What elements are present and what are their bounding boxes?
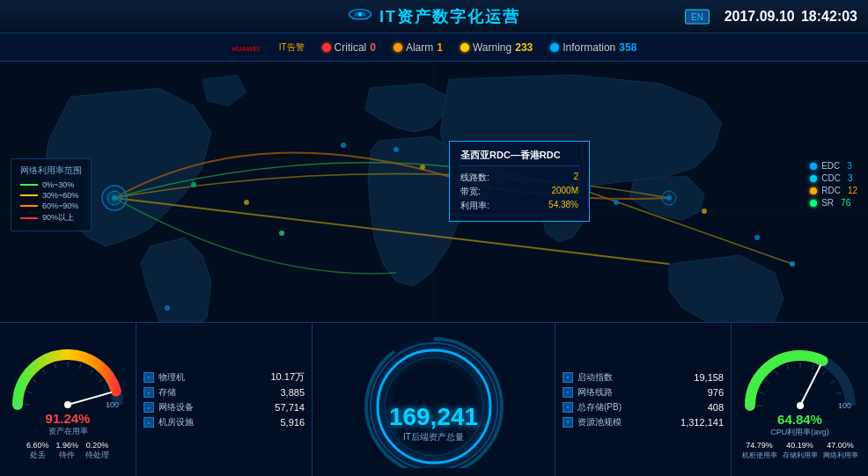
network-icon: ▪ [143,402,154,413]
storage-right-icon: ▪ [563,402,573,413]
svg-point-21 [394,147,399,152]
gauge-left-canvas [11,341,125,412]
stat-row-right-0: ▪ 启动指数 19,158 [563,371,724,384]
stat-row-3: ▪ 机房设施 5,916 [143,416,305,428]
cdc-dot [810,175,817,182]
stat-row-right-2: ▪ 总存储(PB) 408 [563,401,724,414]
cloud-icon: ▪ [563,417,573,428]
alarm-dot [394,43,402,52]
legend-sr: SR 76 [810,198,857,208]
tooltip-row-2: 利用率: 54.38% [460,200,578,212]
legend-90plus: 90%以上 [20,212,82,223]
alert-bar: HUAWEI IT告警 Critical 0 Alarm 1 Warning 2… [0,33,868,62]
footer-stat-2: 47.00% 网络利用率 [823,441,858,460]
edc-dot [810,163,817,170]
bottom-panels: 91.24% 资产在用率 6.60% 处丢 1.96% 待件 0.20% 待处理… [0,322,868,476]
stat-row-right-1: ▪ 网络线路 976 [563,386,724,399]
svg-point-17 [666,195,672,201]
legend-red-line [20,217,38,219]
panel-right-stats: ▪ 启动指数 19,158 ▪ 网络线路 976 ▪ 总存储(PB) 408 ▪… [555,322,732,476]
information-dot [550,43,559,52]
panel-center-stats: ▪ 物理机 10.17万 ▪ 存储 3,885 ▪ 网络设备 57,714 ▪ … [136,322,313,476]
map-tooltip: 圣西亚RDC—香港RDC 线路数: 2 带宽: 2000M 利用率: 54.38… [449,141,590,222]
svg-point-18 [191,182,196,187]
svg-point-26 [754,235,760,240]
alert-brand: HUAWEI IT告警 [232,40,305,55]
critical-dot [322,43,331,52]
gauge-left-stats: 6.60% 处丢 1.96% 待件 0.20% 待处理 [26,441,109,461]
header: IT资产数字化运营 2017.09.10 18:42:03 EN [0,0,868,33]
legend-edc: EDC 3 [810,161,857,171]
svg-point-19 [244,200,249,205]
main-gauge-canvas [364,327,504,468]
tooltip-row-0: 线路数: 2 [460,172,578,184]
network-right-icon: ▪ [563,387,573,398]
stat-row-1: ▪ 存储 3,885 [143,386,305,399]
stat-item-1: 1.96% 待件 [56,441,79,461]
facility-icon: ▪ [143,417,154,428]
svg-point-25 [702,209,707,214]
gauge-left-label: 资产在用率 [48,426,88,437]
language-button[interactable]: EN [685,9,710,24]
gauge-left-percent: 91.24% [46,412,91,425]
legend-datacenter: EDC 3 CDC 3 RDC 12 SR 76 [810,158,857,210]
header-datetime: 2017.09.10 18:42:03 [725,9,857,25]
alert-alarm: Alarm 1 [394,41,443,54]
svg-point-29 [279,231,284,236]
svg-point-27 [790,261,795,267]
server-icon: ▪ [143,372,154,383]
footer-stat-1: 40.19% 存储利用率 [783,441,818,460]
map-container: 圣西亚RDC—香港RDC 线路数: 2 带宽: 2000M 利用率: 54.38… [0,62,868,361]
svg-point-2 [358,12,362,16]
panel-gauge-right: 64.84% CPU利用率(avg) 74.79% 机柜使用率 40.19% 存… [732,322,868,476]
alert-warning: Warning 233 [460,41,533,54]
panel-main-gauge: 169,241 IT后端资产总量 [313,322,555,476]
huawei-logo-icon: HUAWEI [232,40,276,55]
legend-0-30: 0%~30% [20,180,82,189]
legend-60-90: 60%~90% [20,201,82,210]
sr-dot [810,200,817,207]
power-icon: ▪ [563,372,573,383]
legend-30-60: 30%~60% [20,191,82,200]
svg-point-28 [165,305,170,311]
warning-dot [460,43,469,52]
panel-gauge-left: 91.24% 资产在用率 6.60% 处丢 1.96% 待件 0.20% 待处理 [0,322,136,476]
logo-icon [348,7,372,26]
storage-icon: ▪ [143,387,154,398]
stat-row-right-3: ▪ 资源池规模 1,312,141 [563,416,724,428]
stat-row-2: ▪ 网络设备 57,714 [143,401,305,414]
legend-cdc: CDC 3 [810,173,857,183]
gauge-right-footer-stats: 74.79% 机柜使用率 40.19% 存储利用率 47.00% 网络利用率 [742,441,858,460]
map-background: 圣西亚RDC—香港RDC 线路数: 2 带宽: 2000M 利用率: 54.38… [0,62,868,361]
alert-information: Information 358 [550,41,636,54]
legend-rdc: RDC 12 [810,186,857,195]
header-title: IT资产数字化运营 [348,6,520,27]
gauge-right-canvas [743,342,857,413]
svg-point-22 [420,165,425,170]
world-map-svg [0,62,868,361]
svg-point-20 [341,143,346,148]
svg-text:HUAWEI: HUAWEI [232,45,260,53]
svg-point-10 [112,195,117,201]
gauge-right-label: CPU利用率(avg) [770,427,829,438]
main-label: IT后端资产总量 [389,431,478,443]
legend-yellow-line [20,194,38,196]
tooltip-title: 圣西亚RDC—香港RDC [460,149,578,166]
legend-green-line [20,184,38,186]
alert-critical: Critical 0 [322,41,376,54]
rdc-dot [810,187,817,194]
svg-point-24 [614,200,619,205]
main-count: 169,241 [389,405,478,429]
tooltip-row-1: 带宽: 2000M [460,186,578,198]
stat-row-0: ▪ 物理机 10.17万 [143,370,305,384]
stat-item-2: 0.20% 待处理 [85,441,109,461]
legend-utilization: 网络利用率范围 0%~30% 30%~60% 60%~90% 90%以上 [11,158,92,231]
footer-stat-0: 74.79% 机柜使用率 [742,441,777,460]
gauge-right-percent: 64.84% [777,413,822,426]
legend-orange-line [20,205,38,207]
stat-item-0: 6.60% 处丢 [26,441,49,461]
